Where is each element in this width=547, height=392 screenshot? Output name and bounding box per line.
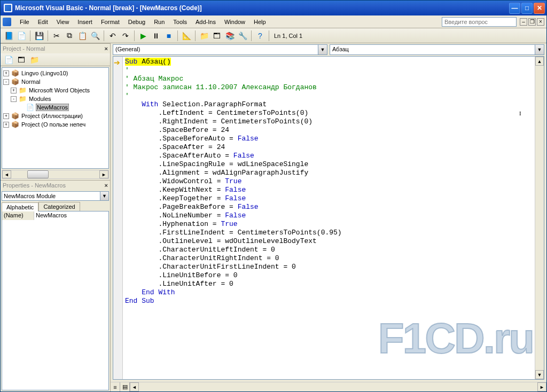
view-object-icon[interactable]: 🗔 — [15, 54, 27, 66]
mdi-close-icon[interactable]: × — [537, 18, 544, 26]
mdi-minimize-icon[interactable]: – — [520, 18, 527, 26]
scroll-left-icon[interactable]: ◄ — [2, 170, 11, 178]
minimize-button[interactable]: — — [509, 3, 520, 14]
tree-node[interactable]: -📦Normal — [3, 77, 107, 86]
module-icon: 📄 — [26, 104, 34, 111]
scroll-left-icon[interactable]: ◄ — [130, 382, 139, 391]
app-icon — [4, 4, 12, 12]
full-module-view-icon[interactable]: ▤ — [120, 382, 130, 391]
tree-expand-icon[interactable]: + — [3, 122, 9, 128]
procedure-combo[interactable]: Абзац ▼ — [330, 44, 544, 55]
tree-node[interactable]: 📄NewMacros — [3, 103, 107, 112]
menu-addins[interactable]: Add-Ins — [191, 17, 220, 27]
view-code-icon[interactable]: 📄 — [3, 54, 14, 66]
break-icon[interactable]: ⏸ — [150, 30, 162, 42]
procedure-view-icon[interactable]: ≡ — [111, 382, 120, 391]
project-panel-toolbar: 📄 🗔 📁 — [1, 53, 110, 66]
properties-object-input[interactable] — [2, 191, 100, 201]
window-title: Microsoft Visual Basic - Normal [break] … — [15, 4, 508, 12]
menu-bar: File Edit View Insert Format Debug Run T… — [1, 15, 546, 28]
cut-icon[interactable]: ✂ — [51, 30, 62, 42]
menu-run[interactable]: Run — [150, 17, 169, 27]
design-mode-icon[interactable]: 📐 — [181, 30, 192, 42]
proj-icon: 📦 — [11, 112, 19, 120]
run-icon[interactable]: ▶ — [137, 30, 149, 42]
project-panel-close-icon[interactable]: × — [105, 45, 108, 52]
help-search-input[interactable] — [442, 17, 517, 27]
scroll-right-icon[interactable]: ► — [537, 382, 546, 391]
tree-expand-icon[interactable]: + — [11, 88, 17, 93]
tree-node[interactable]: +📦Project (Иллюстрации) — [3, 112, 107, 120]
find-icon[interactable]: 🔍 — [89, 30, 101, 42]
scroll-right-icon[interactable]: ► — [99, 170, 108, 178]
code-bottom-bar: ≡ ▤ ◄ ► — [111, 382, 546, 391]
cursor-position-status: Ln 1, Col 1 — [274, 33, 302, 39]
menu-tools[interactable]: Tools — [169, 17, 191, 27]
code-editor[interactable]: ➔ Sub Абзац() ' ' Абзац Макрос ' Макрос … — [113, 56, 544, 380]
dropdown-icon[interactable]: ▼ — [100, 191, 109, 201]
code-pane: (General) ▼ Абзац ▼ ➔ Sub Абзац() ' ' Аб… — [111, 43, 546, 391]
menu-format[interactable]: Format — [97, 17, 124, 27]
scroll-up-icon[interactable]: ▲ — [535, 57, 544, 66]
chevron-down-icon[interactable]: ▼ — [535, 45, 544, 54]
property-row[interactable]: (Name)NewMacros — [2, 211, 108, 220]
menu-view[interactable]: View — [52, 17, 74, 27]
tree-expand-icon[interactable]: + — [3, 113, 9, 119]
mdi-restore-icon[interactable]: ❐ — [528, 18, 536, 26]
tree-node[interactable]: +📁Microsoft Word Objects — [3, 86, 107, 95]
tab-alphabetic[interactable]: Alphabetic — [2, 202, 38, 211]
menu-edit[interactable]: Edit — [34, 17, 52, 27]
code-text[interactable]: Sub Абзац() ' ' Абзац Макрос ' Макрос за… — [123, 57, 535, 379]
scroll-thumb[interactable] — [27, 170, 49, 178]
tree-expand-icon[interactable]: + — [3, 70, 9, 76]
object-browser-icon[interactable]: 📚 — [224, 30, 236, 42]
toggle-folders-icon[interactable]: 📁 — [28, 54, 40, 66]
procedure-combo-value: Абзац — [330, 45, 535, 54]
chevron-down-icon[interactable]: ▼ — [318, 45, 327, 54]
scroll-down-icon[interactable]: ▼ — [535, 370, 544, 379]
vscroll-track[interactable] — [535, 66, 544, 370]
project-explorer-icon[interactable]: 📁 — [198, 30, 210, 42]
menu-file[interactable]: File — [15, 17, 34, 27]
insert-module-icon[interactable]: 📄 — [15, 30, 27, 42]
redo-icon[interactable]: ↷ — [120, 30, 131, 42]
execution-pointer-icon: ➔ — [114, 58, 120, 67]
tree-expand-icon[interactable]: - — [3, 79, 9, 85]
menu-window[interactable]: Window — [220, 17, 249, 27]
properties-panel-close-icon[interactable]: × — [105, 182, 108, 189]
tree-node[interactable]: -📁Modules — [3, 95, 107, 103]
properties-grid[interactable]: (Name)NewMacros — [2, 211, 109, 390]
properties-panel-title: Properties - NewMacros × — [1, 180, 110, 190]
tree-node[interactable]: +📦Lingvo (Lingvo10) — [3, 69, 107, 77]
toolbox-icon[interactable]: 🔧 — [237, 30, 248, 42]
undo-icon[interactable]: ↶ — [107, 30, 119, 42]
menu-debug[interactable]: Debug — [124, 17, 150, 27]
maximize-button[interactable]: □ — [521, 3, 533, 14]
view-word-icon[interactable]: 📘 — [3, 30, 14, 42]
menu-help[interactable]: Help — [249, 17, 270, 27]
properties-object-combo[interactable]: ▼ — [2, 191, 109, 201]
object-combo[interactable]: (General) ▼ — [113, 44, 327, 55]
text-cursor-icon: I — [519, 110, 521, 116]
properties-panel-title-text: Properties - NewMacros — [3, 182, 66, 189]
project-tree-hscrollbar[interactable]: ◄ ► — [2, 170, 109, 179]
tree-expand-icon[interactable]: - — [11, 96, 17, 102]
paste-icon[interactable]: 📋 — [76, 30, 88, 42]
proj-icon: 📦 — [11, 69, 19, 77]
help-icon[interactable]: ? — [254, 30, 266, 42]
menu-insert[interactable]: Insert — [73, 17, 97, 27]
hscroll-track[interactable] — [139, 382, 537, 391]
property-name: (Name) — [2, 211, 34, 220]
property-value[interactable]: NewMacros — [34, 211, 108, 220]
code-vscrollbar[interactable]: ▲ ▼ — [535, 57, 544, 379]
copy-icon[interactable]: ⧉ — [64, 30, 75, 42]
save-icon[interactable]: 💾 — [33, 30, 45, 42]
tree-node[interactable]: +📦Project (О пользе непеч — [3, 120, 107, 129]
properties-window-icon[interactable]: 🗔 — [211, 30, 223, 42]
close-button[interactable]: ✕ — [534, 3, 545, 14]
tab-categorized[interactable]: Categorized — [38, 202, 80, 211]
proj-icon: 📦 — [11, 78, 19, 85]
project-panel-title: Project - Normal × — [1, 43, 110, 53]
reset-icon[interactable]: ■ — [163, 30, 175, 42]
project-tree[interactable]: +📦Lingvo (Lingvo10)-📦Normal+📁Microsoft W… — [2, 67, 109, 169]
